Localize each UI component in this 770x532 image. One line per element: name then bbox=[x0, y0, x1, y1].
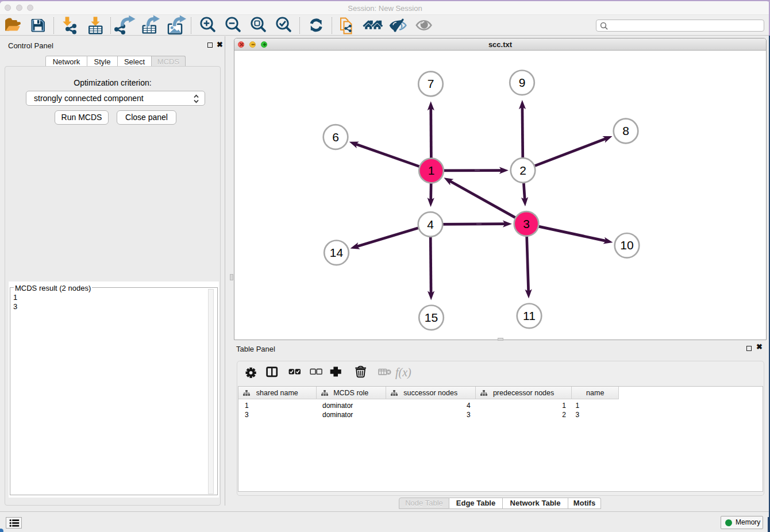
svg-text:7: 7 bbox=[428, 77, 434, 90]
svg-text:11: 11 bbox=[523, 309, 536, 322]
svg-text:8: 8 bbox=[622, 124, 629, 137]
svg-text:14: 14 bbox=[330, 246, 344, 259]
svg-text:2: 2 bbox=[519, 164, 526, 177]
svg-text:9: 9 bbox=[519, 76, 526, 89]
svg-text:6: 6 bbox=[332, 130, 339, 144]
svg-text:4: 4 bbox=[427, 218, 434, 231]
svg-text:10: 10 bbox=[620, 238, 633, 252]
svg-text:f(x): f(x) bbox=[395, 366, 411, 379]
svg-text:15: 15 bbox=[425, 311, 438, 324]
svg-text:1: 1 bbox=[428, 164, 435, 177]
svg-text:3: 3 bbox=[523, 217, 530, 230]
